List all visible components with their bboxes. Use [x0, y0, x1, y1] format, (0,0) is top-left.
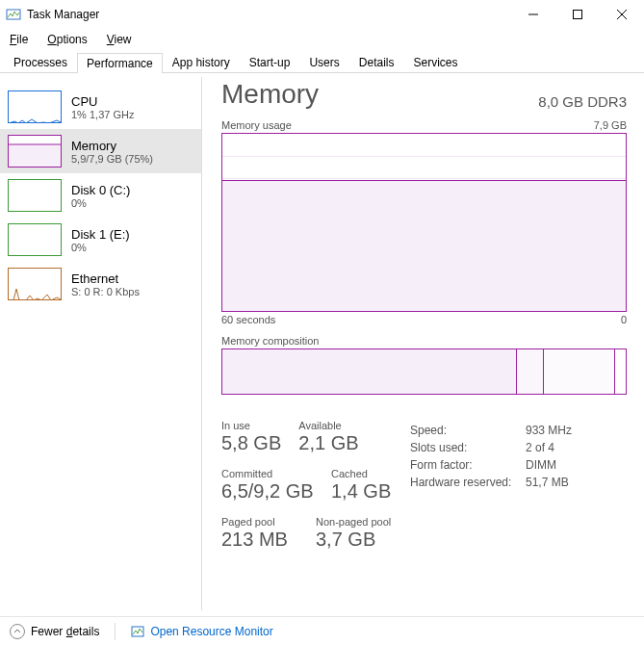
cpu-thumb-icon: [8, 90, 62, 123]
resource-monitor-label: Open Resource Monitor: [150, 625, 272, 638]
label-available: Available: [298, 420, 358, 431]
sidebar-item-memory[interactable]: Memory 5,9/7,9 GB (75%): [0, 129, 201, 173]
maximize-button[interactable]: [555, 0, 600, 29]
sidebar-item-cpu[interactable]: CPU 1% 1,37 GHz: [0, 85, 201, 129]
value-nonpaged: 3,7 GB: [316, 528, 391, 551]
app-icon: [6, 7, 21, 22]
footer-bar: Fewer details Open Resource Monitor: [0, 616, 644, 645]
minimize-button[interactable]: [511, 0, 555, 29]
svg-rect-2: [574, 11, 582, 19]
disk-thumb-icon: [8, 179, 62, 212]
label-in-use: In use: [221, 420, 281, 431]
fewer-details-button[interactable]: Fewer details: [10, 624, 99, 639]
label-cached: Cached: [331, 468, 391, 479]
menu-options[interactable]: Options: [38, 31, 96, 48]
memory-total: 8,0 GB DDR3: [538, 93, 627, 110]
label-reserved: Hardware reserved:: [410, 474, 526, 491]
xaxis-left: 60 seconds: [221, 314, 275, 325]
label-committed: Committed: [221, 468, 314, 479]
sidebar-item-disk1[interactable]: Disk 1 (E:) 0%: [0, 218, 201, 262]
sidebar-item-sub: 5,9/7,9 GB (75%): [71, 153, 153, 165]
tab-users[interactable]: Users: [299, 52, 348, 72]
sidebar-item-sub: 0%: [71, 242, 130, 253]
usage-max: 7,9 GB: [594, 119, 627, 131]
label-speed: Speed:: [410, 422, 526, 439]
label-form-factor: Form factor:: [410, 456, 526, 474]
window-controls: [511, 0, 644, 29]
resource-monitor-icon: [131, 625, 144, 638]
memory-composition-chart: [221, 348, 627, 395]
sidebar-item-sub: S: 0 R: 0 Kbps: [71, 286, 140, 297]
page-title: Memory: [221, 79, 319, 110]
sidebar-item-label: Disk 1 (E:): [71, 227, 130, 242]
xaxis-right: 0: [621, 314, 627, 325]
composition-label: Memory composition: [221, 335, 627, 347]
memory-thumb-icon: [8, 135, 62, 168]
tab-startup[interactable]: Start-up: [240, 52, 300, 72]
memory-usage-chart: [221, 133, 627, 312]
value-in-use: 5,8 GB: [221, 431, 281, 454]
value-cached: 1,4 GB: [331, 479, 391, 503]
value-committed: 6,5/9,2 GB: [221, 479, 314, 503]
menu-view[interactable]: View: [97, 31, 142, 48]
tab-app-history[interactable]: App history: [163, 52, 240, 72]
sidebar-item-ethernet[interactable]: Ethernet S: 0 R: 0 Kbps: [0, 262, 201, 306]
sidebar: CPU 1% 1,37 GHz Memory 5,9/7,9 GB (75%) …: [0, 77, 202, 610]
tab-services[interactable]: Services: [403, 52, 467, 72]
title-bar: Task Manager: [0, 0, 644, 29]
tab-processes[interactable]: Processes: [4, 52, 77, 72]
label-slots: Slots used:: [410, 439, 526, 456]
usage-label: Memory usage: [221, 119, 292, 131]
svg-rect-5: [9, 144, 62, 168]
tab-performance[interactable]: Performance: [77, 53, 163, 73]
value-form-factor: DIMM: [526, 456, 556, 474]
memory-panel: Memory 8,0 GB DDR3 Memory usage 7,9 GB 6…: [202, 73, 644, 614]
value-paged: 213 MB: [221, 528, 298, 551]
sidebar-item-label: Disk 0 (C:): [71, 183, 130, 197]
close-button[interactable]: [600, 0, 644, 29]
disk-thumb-icon: [8, 223, 62, 256]
divider: [115, 623, 116, 640]
tab-bar: Processes Performance App history Start-…: [0, 52, 644, 73]
value-speed: 933 MHz: [526, 422, 572, 439]
menu-bar: File Options View: [0, 29, 644, 52]
sidebar-item-label: Memory: [71, 139, 153, 153]
tab-details[interactable]: Details: [349, 52, 404, 72]
sidebar-item-disk0[interactable]: Disk 0 (C:) 0%: [0, 173, 201, 218]
menu-file[interactable]: File: [0, 31, 38, 48]
ethernet-thumb-icon: [8, 268, 62, 300]
sidebar-item-label: Ethernet: [71, 271, 140, 286]
value-slots: 2 of 4: [526, 439, 554, 456]
chevron-up-icon: [10, 624, 25, 639]
label-nonpaged: Non-paged pool: [316, 516, 391, 528]
label-paged: Paged pool: [221, 516, 298, 528]
sidebar-item-sub: 1% 1,37 GHz: [71, 109, 134, 120]
sidebar-item-label: CPU: [71, 94, 134, 109]
open-resource-monitor-link[interactable]: Open Resource Monitor: [131, 625, 272, 638]
window-title: Task Manager: [27, 8, 99, 21]
value-reserved: 51,7 MB: [526, 474, 569, 491]
value-available: 2,1 GB: [298, 431, 358, 454]
sidebar-item-sub: 0%: [71, 197, 130, 209]
